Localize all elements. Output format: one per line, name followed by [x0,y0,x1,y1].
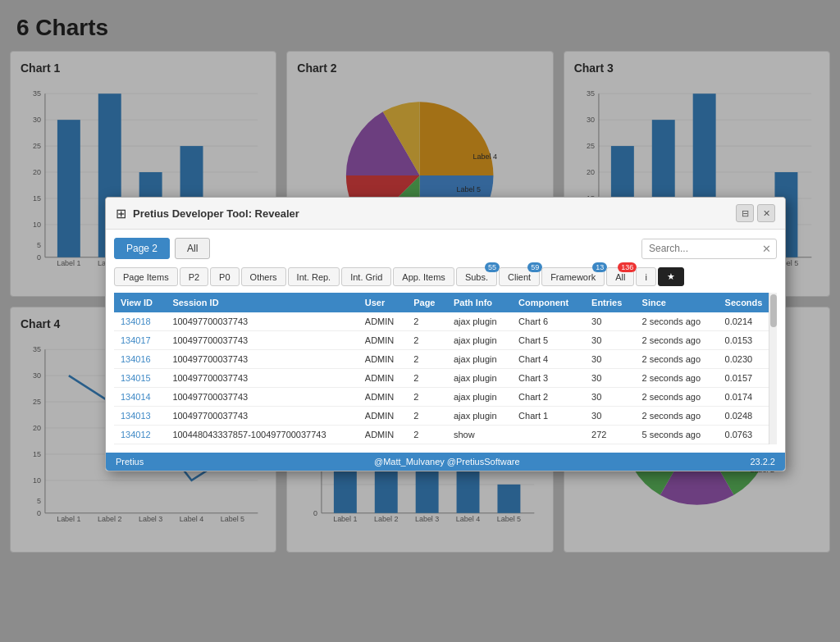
page-container: 6 Charts Chart 1 35 30 25 20 [0,0,840,642]
cell-page: 2 [407,331,447,350]
filter-int-grid[interactable]: Int. Grid [341,267,391,286]
cell-component: Chart 6 [512,312,585,331]
cell-user: ADMIN [358,407,407,426]
footer-right: 23.2.2 [750,457,775,467]
search-box: ✕ [641,239,777,259]
table-row: 134018 100497700037743 ADMIN 2 ajax plug… [114,312,777,331]
cell-entries: 30 [585,388,635,407]
filter-client[interactable]: 59 Client [499,267,540,286]
filter-p2[interactable]: P2 [180,267,208,286]
cell-since: 2 seconds ago [636,350,719,369]
col-user: User [358,293,407,312]
cell-entries: 272 [585,426,635,444]
modal-header-left: ⊞ Pretius Developer Tool: Revealer [116,206,299,221]
cell-page: 2 [407,388,447,407]
cell-component: Chart 3 [512,369,585,388]
table-row: 134014 100497700037743 ADMIN 2 ajax plug… [114,388,777,407]
cell-since: 2 seconds ago [636,369,719,388]
cell-path-info: show [447,426,512,444]
cell-user: ADMIN [358,426,407,444]
col-view-id: View ID [114,293,166,312]
modal-minimize-button[interactable]: ⊟ [736,204,754,222]
cell-user: ADMIN [358,369,407,388]
cell-session-id: 100497700037743 [166,331,358,350]
table-body: 134018 100497700037743 ADMIN 2 ajax plug… [114,312,777,444]
cell-entries: 30 [585,407,635,426]
filter-subs[interactable]: 55 Subs. [456,267,497,286]
filter-others[interactable]: Others [241,267,286,286]
cell-since: 2 seconds ago [636,407,719,426]
cell-view-id[interactable]: 134015 [114,369,166,388]
cell-session-id: 100497700037743 [166,312,358,331]
data-table: View ID Session ID User Page Path Info C… [114,293,777,444]
filter-framework[interactable]: 13 Framework [541,267,605,286]
cell-session-id: 100448043337857-100497700037743 [166,426,358,444]
tab-page2[interactable]: Page 2 [114,238,170,259]
cell-page: 2 [407,369,447,388]
cell-path-info: ajax plugin [447,350,512,369]
modal-header-buttons: ⊟ ✕ [736,204,775,222]
col-path-info: Path Info [447,293,512,312]
modal-header: ⊞ Pretius Developer Tool: Revealer ⊟ ✕ [106,198,785,230]
filter-int-rep[interactable]: Int. Rep. [288,267,340,286]
filter-all[interactable]: 136 All [606,267,634,286]
table-row: 134015 100497700037743 ADMIN 2 ajax plug… [114,369,777,388]
table-row: 134016 100497700037743 ADMIN 2 ajax plug… [114,350,777,369]
cell-view-id[interactable]: 134013 [114,407,166,426]
cell-page: 2 [407,426,447,444]
search-clear-icon[interactable]: ✕ [757,239,776,258]
cell-entries: 30 [585,312,635,331]
filter-tabs: Page Items P2 P0 Others Int. Rep. Int. G… [114,267,777,286]
modal-footer: Pretius @Matt_Mulvaney @PretiusSoftware … [106,453,785,471]
filter-app-items[interactable]: App. Items [393,267,454,286]
modal-tabs-row: Page 2 All ✕ [114,238,777,259]
modal-body: Page 2 All ✕ Page Items P2 P0 Others Int… [106,230,785,453]
cell-path-info: ajax plugin [447,312,512,331]
cell-entries: 30 [585,369,635,388]
cell-page: 2 [407,312,447,331]
cell-view-id[interactable]: 134018 [114,312,166,331]
revealer-icon: ⊞ [116,206,126,221]
search-input[interactable] [642,239,757,257]
filter-info-icon[interactable]: i [636,267,655,286]
footer-center: @Matt_Mulvaney @PretiusSoftware [374,457,520,467]
cell-since: 2 seconds ago [636,312,719,331]
col-entries: Entries [585,293,635,312]
cell-view-id[interactable]: 134014 [114,388,166,407]
cell-path-info: ajax plugin [447,388,512,407]
table-row: 134013 100497700037743 ADMIN 2 ajax plug… [114,407,777,426]
modal-title: Pretius Developer Tool: Revealer [133,207,299,220]
cell-since: 2 seconds ago [636,388,719,407]
col-page: Page [407,293,447,312]
cell-page: 2 [407,350,447,369]
tab-all[interactable]: All [175,238,210,259]
cell-user: ADMIN [358,388,407,407]
cell-component: Chart 5 [512,331,585,350]
cell-component: Chart 4 [512,350,585,369]
table-row: 134012 100448043337857-100497700037743 A… [114,426,777,444]
cell-view-id[interactable]: 134016 [114,350,166,369]
cell-component [512,426,585,444]
col-session-id: Session ID [166,293,358,312]
filter-settings-icon[interactable]: ★ [658,267,684,286]
cell-component: Chart 1 [512,407,585,426]
col-since: Since [636,293,719,312]
cell-session-id: 100497700037743 [166,369,358,388]
cell-path-info: ajax plugin [447,331,512,350]
cell-since: 5 seconds ago [636,426,719,444]
scrollbar[interactable] [769,293,777,444]
modal: ⊞ Pretius Developer Tool: Revealer ⊟ ✕ P… [105,197,786,471]
cell-entries: 30 [585,331,635,350]
table-header-row: View ID Session ID User Page Path Info C… [114,293,777,312]
cell-session-id: 100497700037743 [166,350,358,369]
filter-p0[interactable]: P0 [210,267,239,286]
table-container: View ID Session ID User Page Path Info C… [114,293,777,444]
modal-close-button[interactable]: ✕ [757,204,775,222]
cell-since: 2 seconds ago [636,331,719,350]
table-row: 134017 100497700037743 ADMIN 2 ajax plug… [114,331,777,350]
cell-view-id[interactable]: 134012 [114,426,166,444]
filter-page-items[interactable]: Page Items [114,267,178,286]
scrollbar-thumb[interactable] [770,294,777,327]
cell-session-id: 100497700037743 [166,388,358,407]
cell-view-id[interactable]: 134017 [114,331,166,350]
